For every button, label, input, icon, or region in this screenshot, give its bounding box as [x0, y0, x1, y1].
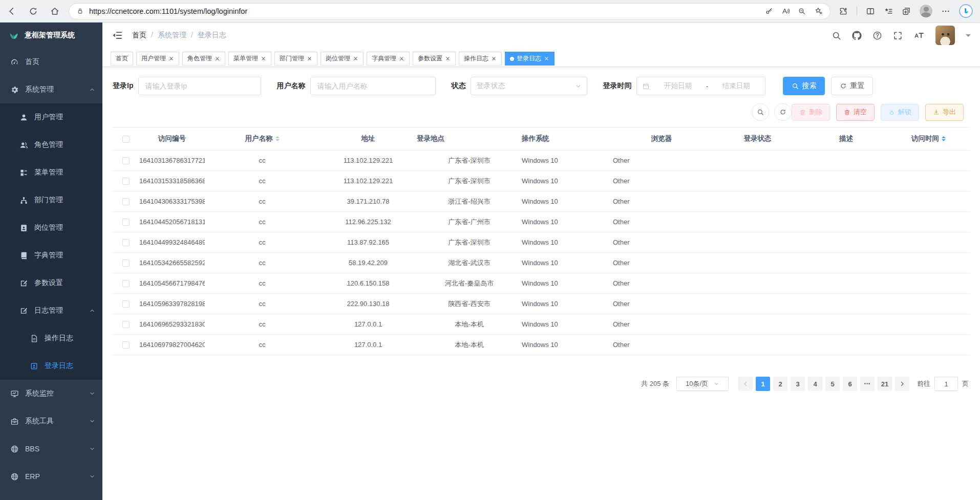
page-tab[interactable]: 部门管理 [274, 52, 317, 66]
sidebar-item[interactable]: 部门管理 [0, 186, 102, 214]
help-icon[interactable] [872, 31, 882, 40]
page-button[interactable]: ••• [860, 377, 875, 391]
sidebar-item[interactable]: 操作日志 [0, 324, 102, 352]
sidebar-item[interactable]: 用户管理 [0, 103, 102, 131]
browser-refresh-icon[interactable] [29, 7, 38, 16]
url-text[interactable]: https://ccnetcore.com:1101/system/log/lo… [89, 7, 760, 15]
site-lock-icon[interactable] [76, 7, 84, 15]
github-icon[interactable] [852, 31, 862, 40]
page-button[interactable]: 1 [756, 377, 770, 391]
close-icon[interactable] [399, 56, 404, 61]
page-tab[interactable]: 参数设置 [413, 52, 456, 66]
start-date-placeholder[interactable]: 开始日期 [654, 81, 701, 91]
page-button[interactable]: 2 [773, 377, 787, 391]
page-tab[interactable]: 菜单管理 [228, 52, 271, 66]
row-checkbox[interactable] [122, 178, 130, 185]
page-button[interactable]: 4 [808, 377, 822, 391]
column-header[interactable]: 用户名称 [205, 127, 319, 150]
row-checkbox[interactable] [122, 157, 130, 164]
column-header[interactable]: 访问时间 [887, 127, 970, 150]
app-logo[interactable]: 意框架管理系统 [0, 23, 102, 48]
close-icon[interactable] [261, 56, 266, 61]
sort-icon[interactable] [275, 136, 280, 141]
row-checkbox[interactable] [122, 239, 130, 246]
column-header[interactable]: 浏览器 [613, 127, 710, 150]
page-tab[interactable]: 岗位管理 [321, 52, 364, 66]
sidebar-item[interactable]: 角色管理 [0, 131, 102, 159]
browser-profile-avatar[interactable] [920, 5, 932, 17]
close-icon[interactable] [168, 56, 174, 61]
split-screen-icon[interactable] [866, 7, 875, 16]
table-row[interactable]: 1641043063331753984 cc 39.171.210.78 浙江省… [113, 191, 970, 212]
refresh-table-button[interactable] [774, 103, 792, 121]
column-header[interactable]: 操作系统 [522, 127, 613, 150]
table-row[interactable]: 1641054566717984768 cc 120.6.150.158 河北省… [113, 273, 970, 294]
sidebar-fold-icon[interactable] [112, 30, 123, 41]
sidebar-item[interactable]: 岗位管理 [0, 214, 102, 242]
toolbar-button[interactable]: 解锁 [881, 104, 919, 121]
date-range-picker[interactable]: 开始日期 - 结束日期 [636, 77, 765, 95]
row-checkbox[interactable] [122, 321, 130, 328]
column-header[interactable]: 登录地点 [417, 127, 522, 150]
column-header[interactable]: 地址 [319, 127, 417, 150]
add-favorite-icon[interactable] [814, 7, 823, 15]
header-search-icon[interactable] [832, 31, 841, 40]
page-tab[interactable]: 用户管理 [136, 52, 179, 66]
column-header[interactable]: 登录状态 [710, 127, 805, 150]
read-aloud-icon[interactable] [781, 7, 790, 15]
page-tab[interactable]: 角色管理 [182, 52, 225, 66]
sidebar-item[interactable]: Yi框架 [0, 490, 102, 500]
toolbar-button[interactable]: 清空 [836, 104, 875, 121]
show-search-button[interactable] [752, 103, 769, 121]
page-size-select[interactable]: 10条/页 [676, 377, 729, 391]
next-page-button[interactable] [895, 377, 909, 391]
page-tab[interactable]: 操作日志 [459, 52, 502, 66]
page-tab[interactable]: 首页 [111, 52, 133, 66]
end-date-placeholder[interactable]: 结束日期 [712, 81, 760, 91]
table-row[interactable]: 1641044520567181312 cc 112.96.225.132 广东… [113, 212, 970, 232]
close-icon[interactable] [491, 56, 497, 61]
page-tab[interactable]: 登录日志 [505, 52, 555, 66]
close-icon[interactable] [353, 56, 358, 61]
password-key-icon[interactable] [765, 7, 773, 15]
sidebar-item[interactable]: 日志管理 [0, 297, 102, 324]
page-button[interactable]: 3 [791, 377, 805, 391]
toolbar-button[interactable]: 删除 [792, 104, 830, 121]
sidebar-item[interactable]: 字典管理 [0, 242, 102, 269]
table-row[interactable]: 1641069798270046208 cc 127.0.0.1 本地-本机 W… [113, 335, 970, 355]
sidebar-item[interactable]: 首页 [0, 48, 102, 76]
ip-input[interactable] [138, 77, 261, 95]
zoom-out-icon[interactable] [798, 7, 806, 15]
row-checkbox[interactable] [122, 300, 130, 308]
table-row[interactable]: 1641059633978281984 cc 222.90.130.18 陕西省… [113, 294, 970, 314]
sort-icon[interactable] [942, 136, 946, 141]
row-checkbox[interactable] [122, 280, 130, 287]
collections-icon[interactable] [902, 7, 911, 16]
goto-page-input[interactable] [934, 377, 958, 391]
row-checkbox[interactable] [122, 219, 130, 226]
browser-menu-icon[interactable] [941, 7, 950, 16]
table-row[interactable]: 1641069652933218304 cc 127.0.0.1 本地-本机 W… [113, 314, 970, 335]
sidebar-item[interactable]: 系统工具 [0, 407, 102, 435]
row-checkbox[interactable] [122, 198, 130, 205]
sidebar-item[interactable]: 登录日志 [0, 352, 102, 380]
user-avatar[interactable] [935, 26, 955, 45]
close-icon[interactable] [445, 56, 451, 61]
toolbar-button[interactable]: 导出 [925, 104, 964, 121]
sidebar-item[interactable]: 系统管理 [0, 76, 102, 103]
extensions-icon[interactable] [839, 7, 848, 16]
column-header[interactable]: 描述 [805, 127, 887, 150]
close-icon[interactable] [215, 56, 220, 61]
sidebar-item[interactable]: 系统监控 [0, 380, 102, 407]
search-button[interactable]: 搜索 [783, 77, 825, 95]
select-all-checkbox[interactable] [122, 136, 130, 143]
page-button[interactable]: 6 [843, 377, 857, 391]
prev-page-button[interactable] [738, 377, 753, 391]
favorites-bar-icon[interactable] [884, 7, 893, 16]
username-input[interactable] [310, 77, 436, 95]
browser-back-icon[interactable] [7, 7, 16, 16]
page-button[interactable]: 5 [825, 377, 840, 391]
sidebar-item[interactable]: ERP [0, 463, 102, 490]
close-icon[interactable] [544, 56, 549, 61]
avatar-caret-icon[interactable] [966, 34, 971, 39]
